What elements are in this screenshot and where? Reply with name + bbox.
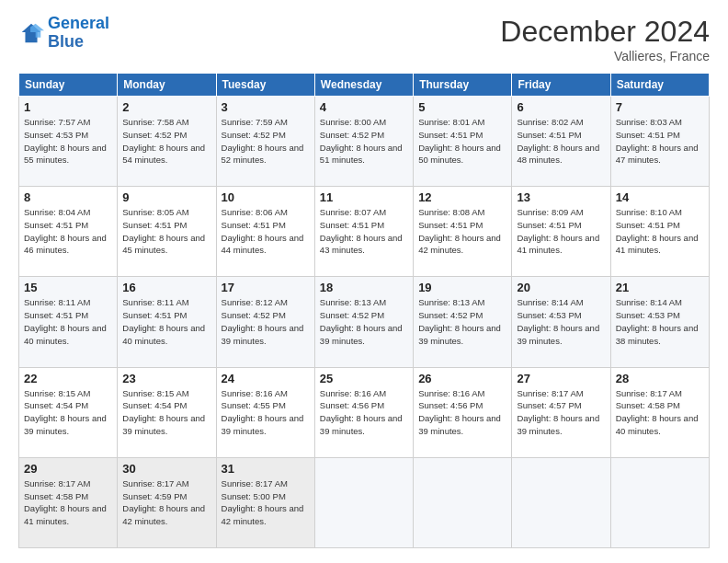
day-info: Sunrise: 8:11 AM Sunset: 4:51 PM Dayligh… <box>122 296 210 347</box>
table-cell: 26 Sunrise: 8:16 AM Sunset: 4:56 PM Dayl… <box>414 367 512 457</box>
day-info: Sunrise: 8:05 AM Sunset: 4:51 PM Dayligh… <box>122 206 210 257</box>
day-info: Sunrise: 7:57 AM Sunset: 4:53 PM Dayligh… <box>24 116 112 167</box>
day-number: 31 <box>222 462 310 476</box>
day-number: 4 <box>320 100 408 114</box>
table-cell: 16 Sunrise: 8:11 AM Sunset: 4:51 PM Dayl… <box>118 277 216 367</box>
day-info: Sunrise: 8:13 AM Sunset: 4:52 PM Dayligh… <box>320 296 408 347</box>
header: General Blue December 2024 Vallieres, Fr… <box>18 15 710 63</box>
col-tuesday: Tuesday <box>216 74 314 97</box>
table-cell: 12 Sunrise: 8:08 AM Sunset: 4:51 PM Dayl… <box>414 187 512 277</box>
day-number: 3 <box>222 100 310 114</box>
table-cell <box>314 457 413 547</box>
table-cell: 18 Sunrise: 8:13 AM Sunset: 4:52 PM Dayl… <box>314 277 413 367</box>
day-info: Sunrise: 8:15 AM Sunset: 4:54 PM Dayligh… <box>24 387 112 438</box>
location: Vallieres, France <box>500 49 710 63</box>
col-friday: Friday <box>512 74 610 97</box>
month-title: December 2024 <box>500 15 710 49</box>
day-info: Sunrise: 8:03 AM Sunset: 4:51 PM Dayligh… <box>616 116 704 167</box>
day-info: Sunrise: 7:58 AM Sunset: 4:52 PM Dayligh… <box>122 116 210 167</box>
table-cell: 23 Sunrise: 8:15 AM Sunset: 4:54 PM Dayl… <box>118 367 216 457</box>
table-cell <box>610 457 709 547</box>
col-saturday: Saturday <box>610 74 709 97</box>
week-row-3: 15 Sunrise: 8:11 AM Sunset: 4:51 PM Dayl… <box>19 277 710 367</box>
table-cell: 5 Sunrise: 8:01 AM Sunset: 4:51 PM Dayli… <box>414 97 512 187</box>
week-row-5: 29 Sunrise: 8:17 AM Sunset: 4:58 PM Dayl… <box>19 457 710 547</box>
table-cell: 17 Sunrise: 8:12 AM Sunset: 4:52 PM Dayl… <box>216 277 314 367</box>
table-cell: 10 Sunrise: 8:06 AM Sunset: 4:51 PM Dayl… <box>216 187 314 277</box>
day-number: 12 <box>418 190 506 204</box>
day-number: 2 <box>122 100 210 114</box>
day-number: 10 <box>222 190 310 204</box>
day-info: Sunrise: 8:14 AM Sunset: 4:53 PM Dayligh… <box>616 296 704 347</box>
table-cell: 6 Sunrise: 8:02 AM Sunset: 4:51 PM Dayli… <box>512 97 610 187</box>
day-number: 27 <box>517 372 605 385</box>
weekday-header-row: Sunday Monday Tuesday Wednesday Thursday… <box>19 74 710 97</box>
day-info: Sunrise: 7:59 AM Sunset: 4:52 PM Dayligh… <box>222 116 310 167</box>
day-number: 15 <box>24 281 112 294</box>
day-number: 1 <box>24 100 112 114</box>
table-cell: 21 Sunrise: 8:14 AM Sunset: 4:53 PM Dayl… <box>610 277 709 367</box>
table-cell: 30 Sunrise: 8:17 AM Sunset: 4:59 PM Dayl… <box>118 457 216 547</box>
day-info: Sunrise: 8:17 AM Sunset: 5:00 PM Dayligh… <box>222 477 310 528</box>
table-cell: 9 Sunrise: 8:05 AM Sunset: 4:51 PM Dayli… <box>118 187 216 277</box>
day-info: Sunrise: 8:16 AM Sunset: 4:56 PM Dayligh… <box>418 387 506 438</box>
title-block: December 2024 Vallieres, France <box>500 15 710 63</box>
day-info: Sunrise: 8:14 AM Sunset: 4:53 PM Dayligh… <box>517 296 605 347</box>
day-info: Sunrise: 8:08 AM Sunset: 4:51 PM Dayligh… <box>418 206 506 257</box>
day-number: 21 <box>616 281 704 294</box>
day-info: Sunrise: 8:17 AM Sunset: 4:58 PM Dayligh… <box>616 387 704 438</box>
table-cell: 14 Sunrise: 8:10 AM Sunset: 4:51 PM Dayl… <box>610 187 709 277</box>
table-cell: 25 Sunrise: 8:16 AM Sunset: 4:56 PM Dayl… <box>314 367 413 457</box>
day-number: 5 <box>418 100 506 114</box>
day-number: 16 <box>122 281 210 294</box>
day-number: 23 <box>122 372 210 385</box>
day-number: 11 <box>320 190 408 204</box>
table-cell: 2 Sunrise: 7:58 AM Sunset: 4:52 PM Dayli… <box>118 97 216 187</box>
table-cell: 13 Sunrise: 8:09 AM Sunset: 4:51 PM Dayl… <box>512 187 610 277</box>
day-info: Sunrise: 8:17 AM Sunset: 4:59 PM Dayligh… <box>122 477 210 528</box>
day-info: Sunrise: 8:04 AM Sunset: 4:51 PM Dayligh… <box>24 206 112 257</box>
table-cell <box>414 457 512 547</box>
table-cell: 20 Sunrise: 8:14 AM Sunset: 4:53 PM Dayl… <box>512 277 610 367</box>
week-row-2: 8 Sunrise: 8:04 AM Sunset: 4:51 PM Dayli… <box>19 187 710 277</box>
col-monday: Monday <box>118 74 216 97</box>
day-number: 29 <box>24 462 112 476</box>
logo-icon <box>18 20 44 46</box>
day-info: Sunrise: 8:11 AM Sunset: 4:51 PM Dayligh… <box>24 296 112 347</box>
day-info: Sunrise: 8:09 AM Sunset: 4:51 PM Dayligh… <box>517 206 605 257</box>
table-cell: 29 Sunrise: 8:17 AM Sunset: 4:58 PM Dayl… <box>19 457 118 547</box>
day-info: Sunrise: 8:13 AM Sunset: 4:52 PM Dayligh… <box>418 296 506 347</box>
table-cell: 22 Sunrise: 8:15 AM Sunset: 4:54 PM Dayl… <box>19 367 118 457</box>
col-thursday: Thursday <box>414 74 512 97</box>
week-row-4: 22 Sunrise: 8:15 AM Sunset: 4:54 PM Dayl… <box>19 367 710 457</box>
day-number: 19 <box>418 281 506 294</box>
table-cell: 7 Sunrise: 8:03 AM Sunset: 4:51 PM Dayli… <box>610 97 709 187</box>
day-number: 22 <box>24 372 112 385</box>
day-info: Sunrise: 8:07 AM Sunset: 4:51 PM Dayligh… <box>320 206 408 257</box>
day-info: Sunrise: 8:17 AM Sunset: 4:57 PM Dayligh… <box>517 387 605 438</box>
day-info: Sunrise: 8:02 AM Sunset: 4:51 PM Dayligh… <box>517 116 605 167</box>
table-cell: 19 Sunrise: 8:13 AM Sunset: 4:52 PM Dayl… <box>414 277 512 367</box>
day-info: Sunrise: 8:06 AM Sunset: 4:51 PM Dayligh… <box>222 206 310 257</box>
table-cell: 11 Sunrise: 8:07 AM Sunset: 4:51 PM Dayl… <box>314 187 413 277</box>
day-info: Sunrise: 8:10 AM Sunset: 4:51 PM Dayligh… <box>616 206 704 257</box>
day-number: 26 <box>418 372 506 385</box>
day-info: Sunrise: 8:12 AM Sunset: 4:52 PM Dayligh… <box>222 296 310 347</box>
calendar-table: Sunday Monday Tuesday Wednesday Thursday… <box>18 73 710 548</box>
logo-text: General Blue <box>48 15 109 52</box>
day-number: 25 <box>320 372 408 385</box>
day-info: Sunrise: 8:01 AM Sunset: 4:51 PM Dayligh… <box>418 116 506 167</box>
day-info: Sunrise: 8:17 AM Sunset: 4:58 PM Dayligh… <box>24 477 112 528</box>
table-cell: 28 Sunrise: 8:17 AM Sunset: 4:58 PM Dayl… <box>610 367 709 457</box>
day-number: 14 <box>616 190 704 204</box>
day-number: 8 <box>24 190 112 204</box>
day-number: 18 <box>320 281 408 294</box>
day-number: 13 <box>517 190 605 204</box>
day-number: 9 <box>122 190 210 204</box>
col-wednesday: Wednesday <box>314 74 413 97</box>
day-number: 24 <box>222 372 310 385</box>
week-row-1: 1 Sunrise: 7:57 AM Sunset: 4:53 PM Dayli… <box>19 97 710 187</box>
col-sunday: Sunday <box>19 74 118 97</box>
day-number: 28 <box>616 372 704 385</box>
day-info: Sunrise: 8:15 AM Sunset: 4:54 PM Dayligh… <box>122 387 210 438</box>
